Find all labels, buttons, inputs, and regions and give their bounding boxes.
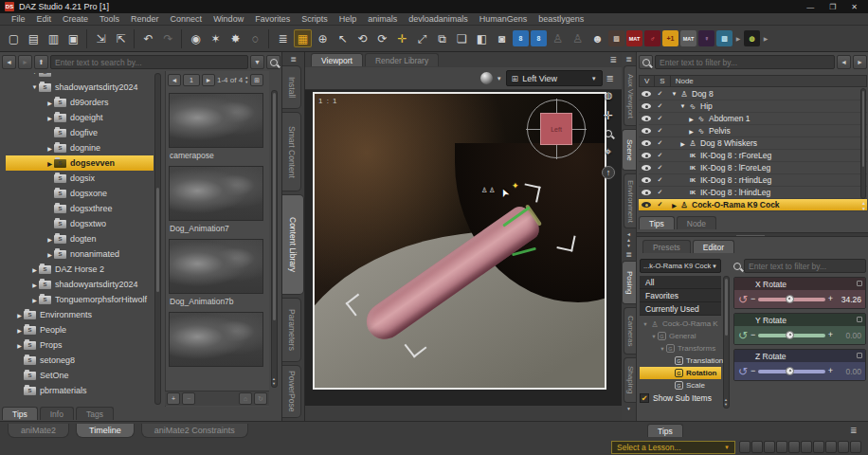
expand-arrow-icon[interactable]: ▼ [659, 346, 666, 352]
library-folder-row[interactable]: ▶dognine [6, 140, 154, 155]
tab-presets[interactable]: Presets [642, 240, 691, 253]
expand-arrow-icon[interactable]: ▼ [30, 84, 39, 90]
view-cube-face[interactable]: Left [540, 113, 572, 145]
spot-render-icon[interactable]: ◧ [473, 29, 491, 47]
expand-arrow-icon[interactable]: ▼ [670, 91, 678, 97]
posing-filter-input[interactable] [744, 259, 866, 273]
multi-tool-icon[interactable]: ⧉ [433, 29, 451, 47]
expand-arrow-icon[interactable]: ▶ [30, 282, 39, 288]
scene-node-row[interactable]: ✓▶∞Abdomen 1 [639, 113, 867, 125]
reset-camera-icon[interactable]: ↑ [602, 166, 615, 179]
camera-view-selector[interactable]: ⊞ Left View ▼ [506, 70, 603, 86]
right-tab-environment[interactable]: Environment [624, 173, 636, 228]
pan-icon[interactable]: ✛ [604, 110, 613, 121]
pane-menu-icon[interactable]: ≣ [850, 426, 858, 435]
male-tile[interactable]: ♂ [644, 30, 660, 46]
female-tile[interactable]: ♀ [698, 30, 714, 46]
tab-render-library[interactable]: Render Library [365, 53, 439, 66]
menu-humangens[interactable]: HumanGens [474, 14, 533, 24]
expand-arrow-icon[interactable]: ▶ [45, 100, 54, 106]
viewport-tab-menu-icon[interactable]: ≣ [609, 55, 617, 64]
visibility-eye-icon[interactable] [642, 116, 651, 121]
tab-viewport[interactable]: Viewport [311, 53, 363, 66]
parameter-tree-row[interactable]: GScale [640, 379, 721, 391]
menu-help[interactable]: Help [334, 14, 363, 24]
library-forward-button[interactable]: ► [18, 55, 32, 69]
expand-arrow-icon[interactable]: ▶ [45, 236, 54, 243]
slider-value[interactable]: 34.26 [836, 295, 861, 304]
universal-tool-icon[interactable]: ⊕ [314, 29, 332, 47]
library-files-scrollbar[interactable]: ▲▼ [271, 90, 278, 388]
scene-forward-button[interactable]: ► [853, 55, 867, 69]
selectability-check-icon[interactable]: ✓ [654, 115, 666, 122]
expand-arrow-icon[interactable]: ▶ [45, 115, 54, 121]
visibility-eye-icon[interactable] [642, 103, 651, 109]
selectability-check-icon[interactable]: ✓ [654, 164, 666, 172]
library-file-item[interactable]: Dog_Animation7b [166, 235, 269, 308]
view-orientation-cube[interactable]: Left [527, 100, 586, 158]
selectability-check-icon[interactable]: ✓ [654, 102, 666, 110]
tab-animate2-constraints[interactable]: aniMate2 Constraints [141, 424, 248, 438]
parameter-tree-row[interactable]: GTranslation [640, 355, 721, 367]
left-tab-content-library[interactable]: Content Library [282, 194, 304, 295]
pane-menu-icon[interactable]: ≣ [622, 250, 636, 259]
selectability-check-icon[interactable]: ✓ [654, 201, 666, 209]
tab-editor[interactable]: Editor [693, 240, 734, 253]
scene-node-row[interactable]: ✓IKIK-Dog 8 : rHindLeg [639, 174, 867, 187]
left-tab-install[interactable]: Install [282, 65, 301, 109]
menu-devloadanimals[interactable]: devloadanimals [403, 14, 474, 24]
visibility-eye-icon[interactable] [642, 128, 651, 134]
figure-tile-2[interactable]: ♙ [569, 29, 587, 47]
sphere-preset-tile[interactable]: ◍ [744, 30, 760, 46]
frame-icon[interactable]: ⌖ [606, 146, 612, 157]
new-null-icon[interactable]: ◌ [246, 29, 264, 47]
library-folder-row[interactable]: ▼shadowyartsdirty2024 [6, 80, 154, 95]
slider-handle[interactable] [786, 295, 794, 303]
library-folder-row[interactable]: ▶TonguemorphsforHitwolf [6, 292, 154, 307]
save-file-icon[interactable]: ▣ [64, 29, 82, 47]
rotate-tool-icon[interactable]: ⟲ [353, 29, 371, 47]
tab-strip-scroll-arrows[interactable]: ▼ [622, 406, 636, 411]
mat-copy-gray-tile[interactable]: MAT [680, 30, 696, 46]
tab-tips[interactable]: Tips [639, 216, 675, 229]
library-folder-row[interactable]: ▶Props [6, 337, 154, 353]
library-file-item[interactable]: camerapose [166, 89, 269, 162]
visibility-eye-icon[interactable] [642, 165, 651, 171]
bust-tile[interactable]: ☻ [588, 29, 606, 47]
group-all[interactable]: All [640, 276, 721, 289]
library-folder-row[interactable]: ▶dogsevven [6, 155, 154, 171]
playback-button[interactable] [739, 441, 750, 453]
new-spotlight-icon[interactable]: ✸ [226, 29, 244, 47]
library-folder-row[interactable]: ▶nonanimated [6, 246, 154, 262]
menu-favorites[interactable]: Favorites [249, 14, 296, 24]
panel-splitter[interactable] [637, 232, 868, 237]
library-file-item[interactable] [166, 308, 269, 367]
pane-menu-icon[interactable]: ≣ [622, 55, 636, 64]
menu-file[interactable]: File [6, 14, 31, 24]
library-folder-row[interactable]: dogsix [6, 171, 154, 186]
active-pose-tool-icon[interactable]: ⟳ [373, 29, 391, 47]
surface-selection-icon[interactable]: ❏ [453, 29, 471, 47]
playback-button[interactable] [776, 441, 787, 453]
scene-node-row[interactable]: ✓▼♙Dog 8 [639, 88, 867, 100]
slider-handle[interactable] [786, 331, 794, 339]
scrollbar-arrows[interactable]: ▲▼ [724, 398, 728, 407]
library-file-item[interactable]: Dog_Animation7 [166, 162, 269, 235]
rotate-cycle-icon[interactable]: ↺ [738, 366, 748, 377]
expand-arrow-icon[interactable]: ▼ [30, 73, 39, 75]
tab-tips[interactable]: Tips [647, 424, 683, 437]
new-camera-icon[interactable]: ◉ [187, 29, 205, 47]
playback-button[interactable] [850, 441, 861, 453]
slider-value[interactable]: 0.00 [836, 331, 861, 340]
viewport-3d-canvas[interactable]: ♙ ♙ ➤ ✦ 1 : 1 Left ◍ ✛ ⌖ ↑ [305, 90, 622, 406]
selectability-check-icon[interactable]: ✓ [654, 90, 666, 98]
right-tab-aux-viewport[interactable]: Aux Viewport [624, 65, 636, 126]
import-icon[interactable]: ⇲ [92, 29, 110, 47]
menu-create[interactable]: Create [57, 14, 94, 24]
scene-node-row[interactable]: ✓▶♙Cock-O-Rama K9 Cock [639, 199, 867, 211]
menu-tools[interactable]: Tools [94, 14, 125, 24]
visibility-eye-icon[interactable] [642, 140, 651, 146]
grid-view-icon[interactable]: ▦ [294, 29, 312, 47]
selectability-check-icon[interactable]: ✓ [654, 176, 666, 184]
selectability-check-icon[interactable]: ✓ [654, 127, 666, 135]
